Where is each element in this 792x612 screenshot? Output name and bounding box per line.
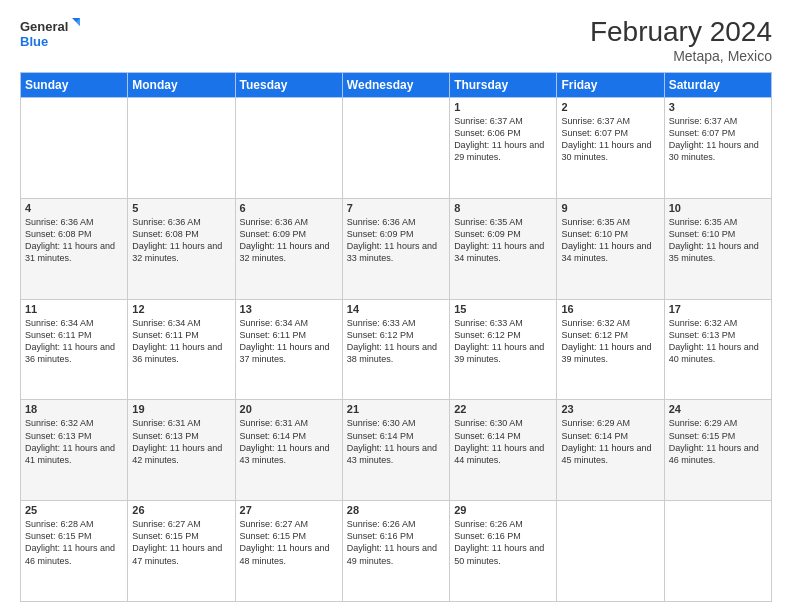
day-info: Sunrise: 6:34 AMSunset: 6:11 PMDaylight:… [25,317,123,366]
day-info: Sunrise: 6:31 AMSunset: 6:13 PMDaylight:… [132,417,230,466]
calendar-day-header: Saturday [664,73,771,98]
calendar-cell [557,501,664,602]
calendar-week-row: 1Sunrise: 6:37 AMSunset: 6:06 PMDaylight… [21,98,772,199]
calendar-cell: 15Sunrise: 6:33 AMSunset: 6:12 PMDayligh… [450,299,557,400]
calendar-cell: 20Sunrise: 6:31 AMSunset: 6:14 PMDayligh… [235,400,342,501]
day-number: 15 [454,303,552,315]
day-number: 22 [454,403,552,415]
calendar-cell: 21Sunrise: 6:30 AMSunset: 6:14 PMDayligh… [342,400,449,501]
day-number: 20 [240,403,338,415]
calendar-cell: 9Sunrise: 6:35 AMSunset: 6:10 PMDaylight… [557,198,664,299]
day-info: Sunrise: 6:28 AMSunset: 6:15 PMDaylight:… [25,518,123,567]
day-number: 7 [347,202,445,214]
calendar-cell: 4Sunrise: 6:36 AMSunset: 6:08 PMDaylight… [21,198,128,299]
calendar-cell: 17Sunrise: 6:32 AMSunset: 6:13 PMDayligh… [664,299,771,400]
day-number: 17 [669,303,767,315]
header: General Blue February 2024 Metapa, Mexic… [20,16,772,64]
calendar-cell: 22Sunrise: 6:30 AMSunset: 6:14 PMDayligh… [450,400,557,501]
day-info: Sunrise: 6:37 AMSunset: 6:07 PMDaylight:… [561,115,659,164]
calendar-cell: 16Sunrise: 6:32 AMSunset: 6:12 PMDayligh… [557,299,664,400]
day-number: 27 [240,504,338,516]
calendar-table: SundayMondayTuesdayWednesdayThursdayFrid… [20,72,772,602]
calendar-cell [342,98,449,199]
day-number: 3 [669,101,767,113]
calendar-cell: 29Sunrise: 6:26 AMSunset: 6:16 PMDayligh… [450,501,557,602]
calendar-cell: 13Sunrise: 6:34 AMSunset: 6:11 PMDayligh… [235,299,342,400]
day-info: Sunrise: 6:37 AMSunset: 6:06 PMDaylight:… [454,115,552,164]
logo: General Blue [20,16,80,52]
day-number: 6 [240,202,338,214]
calendar-cell: 8Sunrise: 6:35 AMSunset: 6:09 PMDaylight… [450,198,557,299]
day-number: 1 [454,101,552,113]
day-number: 25 [25,504,123,516]
calendar-cell [235,98,342,199]
day-info: Sunrise: 6:35 AMSunset: 6:10 PMDaylight:… [561,216,659,265]
calendar-cell: 11Sunrise: 6:34 AMSunset: 6:11 PMDayligh… [21,299,128,400]
day-number: 8 [454,202,552,214]
day-info: Sunrise: 6:35 AMSunset: 6:10 PMDaylight:… [669,216,767,265]
calendar-week-row: 25Sunrise: 6:28 AMSunset: 6:15 PMDayligh… [21,501,772,602]
day-info: Sunrise: 6:27 AMSunset: 6:15 PMDaylight:… [240,518,338,567]
calendar-header-row: SundayMondayTuesdayWednesdayThursdayFrid… [21,73,772,98]
day-number: 26 [132,504,230,516]
day-number: 16 [561,303,659,315]
day-info: Sunrise: 6:35 AMSunset: 6:09 PMDaylight:… [454,216,552,265]
day-info: Sunrise: 6:32 AMSunset: 6:12 PMDaylight:… [561,317,659,366]
calendar-cell [128,98,235,199]
day-info: Sunrise: 6:37 AMSunset: 6:07 PMDaylight:… [669,115,767,164]
day-info: Sunrise: 6:36 AMSunset: 6:09 PMDaylight:… [240,216,338,265]
day-info: Sunrise: 6:26 AMSunset: 6:16 PMDaylight:… [454,518,552,567]
page: General Blue February 2024 Metapa, Mexic… [0,0,792,612]
calendar-cell [21,98,128,199]
day-info: Sunrise: 6:33 AMSunset: 6:12 PMDaylight:… [347,317,445,366]
day-number: 10 [669,202,767,214]
calendar-cell: 18Sunrise: 6:32 AMSunset: 6:13 PMDayligh… [21,400,128,501]
day-info: Sunrise: 6:33 AMSunset: 6:12 PMDaylight:… [454,317,552,366]
svg-text:Blue: Blue [20,34,48,49]
calendar-day-header: Thursday [450,73,557,98]
calendar-week-row: 4Sunrise: 6:36 AMSunset: 6:08 PMDaylight… [21,198,772,299]
calendar-day-header: Friday [557,73,664,98]
calendar-cell: 14Sunrise: 6:33 AMSunset: 6:12 PMDayligh… [342,299,449,400]
calendar-cell: 3Sunrise: 6:37 AMSunset: 6:07 PMDaylight… [664,98,771,199]
day-info: Sunrise: 6:29 AMSunset: 6:15 PMDaylight:… [669,417,767,466]
calendar-cell: 5Sunrise: 6:36 AMSunset: 6:08 PMDaylight… [128,198,235,299]
day-info: Sunrise: 6:36 AMSunset: 6:08 PMDaylight:… [25,216,123,265]
title-block: February 2024 Metapa, Mexico [590,16,772,64]
day-number: 11 [25,303,123,315]
day-info: Sunrise: 6:30 AMSunset: 6:14 PMDaylight:… [347,417,445,466]
calendar-day-header: Sunday [21,73,128,98]
day-info: Sunrise: 6:29 AMSunset: 6:14 PMDaylight:… [561,417,659,466]
day-number: 9 [561,202,659,214]
day-number: 5 [132,202,230,214]
day-info: Sunrise: 6:26 AMSunset: 6:16 PMDaylight:… [347,518,445,567]
calendar-cell: 1Sunrise: 6:37 AMSunset: 6:06 PMDaylight… [450,98,557,199]
calendar-day-header: Monday [128,73,235,98]
calendar-cell: 10Sunrise: 6:35 AMSunset: 6:10 PMDayligh… [664,198,771,299]
day-info: Sunrise: 6:36 AMSunset: 6:09 PMDaylight:… [347,216,445,265]
day-number: 28 [347,504,445,516]
calendar-day-header: Wednesday [342,73,449,98]
day-number: 21 [347,403,445,415]
svg-text:General: General [20,19,68,34]
calendar-cell: 23Sunrise: 6:29 AMSunset: 6:14 PMDayligh… [557,400,664,501]
day-info: Sunrise: 6:31 AMSunset: 6:14 PMDaylight:… [240,417,338,466]
calendar-cell: 6Sunrise: 6:36 AMSunset: 6:09 PMDaylight… [235,198,342,299]
calendar-cell: 7Sunrise: 6:36 AMSunset: 6:09 PMDaylight… [342,198,449,299]
calendar-week-row: 11Sunrise: 6:34 AMSunset: 6:11 PMDayligh… [21,299,772,400]
calendar-week-row: 18Sunrise: 6:32 AMSunset: 6:13 PMDayligh… [21,400,772,501]
day-number: 29 [454,504,552,516]
day-number: 14 [347,303,445,315]
calendar-cell: 12Sunrise: 6:34 AMSunset: 6:11 PMDayligh… [128,299,235,400]
day-info: Sunrise: 6:27 AMSunset: 6:15 PMDaylight:… [132,518,230,567]
day-info: Sunrise: 6:32 AMSunset: 6:13 PMDaylight:… [25,417,123,466]
calendar-cell: 26Sunrise: 6:27 AMSunset: 6:15 PMDayligh… [128,501,235,602]
day-info: Sunrise: 6:34 AMSunset: 6:11 PMDaylight:… [132,317,230,366]
day-info: Sunrise: 6:34 AMSunset: 6:11 PMDaylight:… [240,317,338,366]
calendar-cell [664,501,771,602]
day-info: Sunrise: 6:36 AMSunset: 6:08 PMDaylight:… [132,216,230,265]
day-info: Sunrise: 6:30 AMSunset: 6:14 PMDaylight:… [454,417,552,466]
day-number: 18 [25,403,123,415]
day-number: 12 [132,303,230,315]
calendar-cell: 28Sunrise: 6:26 AMSunset: 6:16 PMDayligh… [342,501,449,602]
